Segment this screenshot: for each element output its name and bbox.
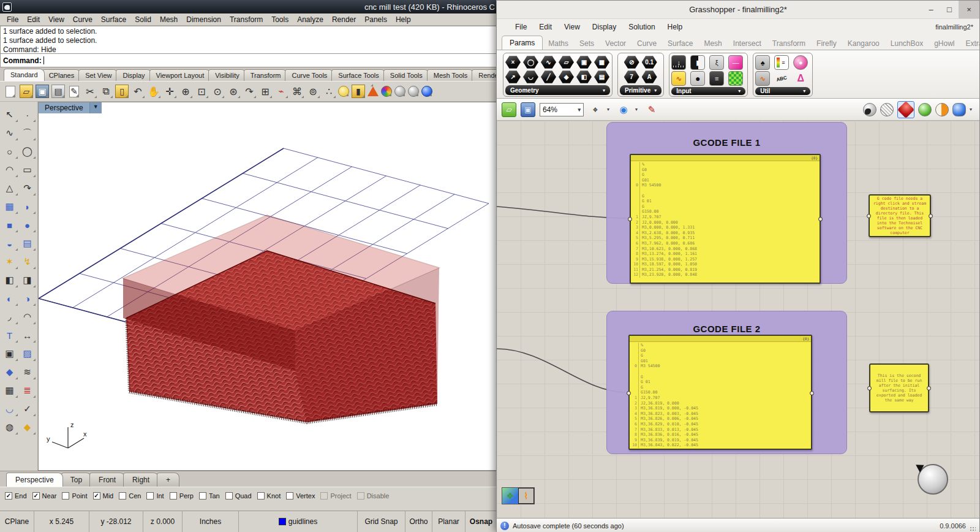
checkbox-box[interactable] — [119, 492, 126, 500]
viewport-title-dropdown-icon[interactable]: ▼ — [89, 102, 102, 113]
note-connector[interactable] — [927, 386, 931, 390]
panel-header[interactable]: {0} — [631, 155, 820, 161]
save-icon[interactable]: ▣ — [36, 85, 49, 98]
checkbox-box[interactable] — [257, 492, 265, 500]
text-icon[interactable]: T — [2, 327, 18, 343]
zoom-tool-icon[interactable]: ⌖ — [588, 102, 603, 117]
gcode-panel-1[interactable]: {0} % G0 G G01 0M3 S4500 — [630, 154, 821, 284]
color-wheel-icon[interactable] — [381, 86, 392, 97]
category-tab[interactable]: LunchBox — [885, 37, 929, 50]
status-cell[interactable]: y -28.012 — [89, 511, 143, 532]
sketch-pen-icon[interactable]: ✎ — [644, 102, 659, 117]
note-connector[interactable] — [867, 386, 872, 390]
rhino-menu-item[interactable]: Transform — [225, 14, 267, 25]
toolbar-tab[interactable]: Set View — [78, 69, 118, 81]
scale-icon[interactable]: ↔ — [20, 327, 36, 343]
gh-menu-item[interactable]: Help — [662, 21, 689, 33]
status-cell[interactable]: CPlane — [0, 511, 34, 532]
primitives-icon[interactable]: ◍ — [2, 419, 18, 435]
open-definition-icon[interactable]: ▱ — [502, 102, 516, 117]
trim-icon[interactable]: ◧ — [2, 272, 18, 288]
section-icon[interactable]: ▨ — [20, 346, 36, 362]
undo-icon[interactable]: ↶ — [131, 85, 145, 98]
curve-param-icon[interactable]: ∿ — [541, 56, 556, 69]
panel-input-connector[interactable] — [627, 391, 631, 395]
sticky-note-2[interactable]: This is the second mill file to be run a… — [869, 363, 929, 412]
curved-surface-icon[interactable]: ◗ — [20, 199, 36, 215]
category-tab[interactable]: Mesh — [698, 37, 727, 50]
status-cell[interactable]: x 5.245 — [34, 511, 89, 532]
status-cell[interactable]: z 0.000 — [143, 511, 183, 532]
rhino-menu-item[interactable]: File — [2, 14, 23, 25]
panel-output-connector[interactable] — [810, 391, 814, 395]
open-file-icon[interactable]: ▱ — [20, 85, 33, 98]
primitive-group-label[interactable]: Primitive▾ — [620, 85, 662, 95]
mesh-surface-icon[interactable]: ▤ — [20, 235, 36, 251]
viewport-title[interactable]: Perspective ▼ — [39, 102, 102, 113]
galapagos-icon[interactable]: ♠ — [755, 55, 770, 70]
line-param-icon[interactable]: ╱ — [541, 70, 556, 84]
maximize-button[interactable]: □ — [940, 1, 959, 18]
preview-off-icon[interactable] — [863, 103, 876, 116]
pan-hand-icon[interactable]: ✋ — [147, 85, 160, 98]
print-icon[interactable]: ▤ — [51, 85, 65, 98]
note-connector[interactable] — [867, 214, 871, 218]
osnap-checkbox[interactable]: Tan — [199, 492, 220, 500]
toolbar-tab[interactable]: Standard — [4, 69, 45, 81]
rhino-title-bar[interactable]: cnc mill test (420 KB) - Rhinoceros C — [0, 0, 497, 13]
osnap-checkbox[interactable]: Vertex — [286, 492, 315, 500]
integer-param-icon[interactable]: 7 — [624, 70, 639, 84]
osnap-checkbox[interactable]: Point — [62, 492, 87, 500]
extend-icon[interactable]: ◡ — [2, 401, 18, 417]
cluster-icon[interactable]: ● — [793, 55, 808, 70]
checkbox-box[interactable] — [357, 492, 364, 500]
rhino-menu-item[interactable]: Help — [391, 14, 415, 25]
chevron-down-icon[interactable]: ▾ — [970, 107, 974, 112]
osnap-checkbox[interactable]: Near — [32, 492, 57, 500]
control-curve-icon[interactable]: ∿ — [2, 125, 18, 141]
toolbar-tab[interactable]: Display — [116, 69, 151, 81]
status-cell[interactable]: guidlines — [239, 511, 358, 532]
ellipse-icon[interactable]: ◯ — [20, 143, 36, 159]
checkbox-box[interactable] — [93, 492, 100, 500]
brep-param-icon[interactable]: ▤ — [594, 70, 609, 84]
drape-icon[interactable]: ≋ — [20, 364, 36, 380]
move-icon[interactable]: ⌁ — [274, 85, 288, 98]
sphere-icon[interactable]: ● — [20, 217, 36, 233]
button-icon[interactable]: ● — [690, 71, 705, 86]
checkbox-box[interactable] — [286, 492, 293, 500]
checkbox-box[interactable] — [32, 492, 40, 500]
box-icon[interactable]: ■ — [2, 217, 18, 233]
zoom-icon[interactable]: ⊕ — [179, 85, 192, 98]
fillet-icon[interactable]: ◞ — [2, 309, 18, 325]
box-param-icon[interactable]: ▣ — [576, 56, 592, 69]
gh-menu-item[interactable]: File — [509, 21, 533, 33]
flask-icon[interactable]: Δ — [793, 71, 808, 86]
check-icon[interactable]: ✓ — [20, 401, 36, 417]
osnap-checkbox[interactable]: Disable — [357, 492, 390, 500]
category-tab[interactable]: Intersect — [728, 37, 767, 50]
render-icon[interactable] — [368, 86, 379, 96]
gradient-icon[interactable]: — — [728, 55, 743, 70]
checkbox-box[interactable] — [225, 492, 233, 500]
close-button[interactable]: × — [959, 1, 979, 18]
zoom-level-select[interactable]: 64%▾ — [540, 103, 584, 116]
toolbar-tab[interactable]: Mesh Tools — [427, 69, 474, 81]
preview-wireframe-icon[interactable] — [880, 103, 894, 116]
rhino-command-input[interactable]: Command: — [0, 54, 497, 67]
arc-param-icon[interactable]: ◡ — [523, 70, 538, 84]
category-tab[interactable]: Surface — [662, 37, 698, 50]
paint-drip-tab-icon[interactable]: ⌇ — [518, 488, 534, 504]
toolbar-tab[interactable]: Curve Tools — [285, 69, 334, 81]
osnap-checkbox[interactable]: Int — [146, 492, 164, 500]
array-linear-icon[interactable]: ≣ — [20, 382, 36, 398]
osnap-checkbox[interactable]: Cen — [119, 492, 141, 500]
zoom-window-icon[interactable]: ⊡ — [195, 85, 208, 98]
twisted-box-param-icon[interactable]: ◈ — [559, 70, 574, 84]
toolbar-tab[interactable]: Surface Tools — [331, 69, 385, 81]
note-connector[interactable] — [929, 214, 933, 218]
legend-icon[interactable]: ≡ — [774, 55, 789, 70]
interp-curve-icon[interactable]: ⌒ — [20, 125, 36, 141]
point-icon[interactable]: ∙ — [20, 107, 36, 123]
resize-grip[interactable] — [970, 526, 976, 532]
